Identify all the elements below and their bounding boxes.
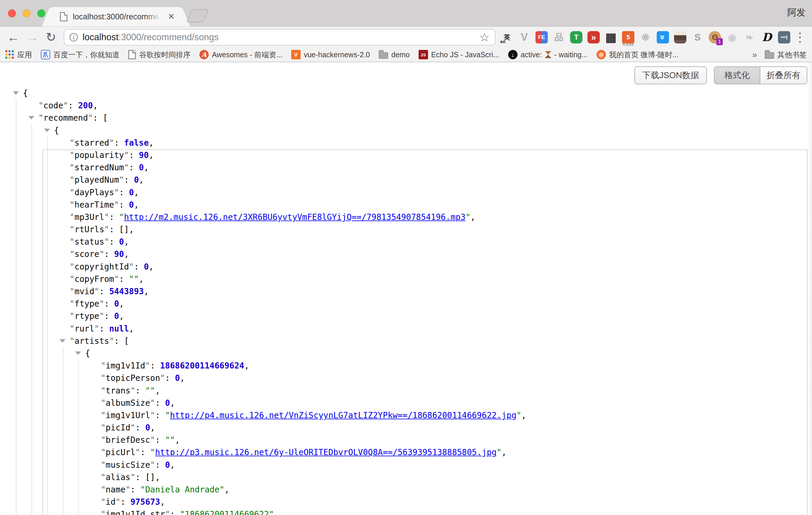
json-punct: : <box>99 287 109 296</box>
bookmark-label: demo <box>391 51 410 59</box>
json-quote: " <box>165 509 170 515</box>
browser-tab[interactable]: localhost:3000/recommend/so × <box>53 7 179 26</box>
bookmark-google-sort[interactable]: 谷歌按时间排序 <box>128 50 191 60</box>
s-icon[interactable]: S <box>690 30 705 45</box>
bookmark-demo-folder[interactable]: demo <box>379 51 410 59</box>
download-json-button[interactable]: 下载JSON数据 <box>634 66 707 84</box>
double-down-icon[interactable]: » <box>656 30 670 45</box>
bird-icon[interactable]: ❧ <box>742 30 757 45</box>
bookmark-weibo-home[interactable]: ◎我的首页 微博-随时... <box>597 50 678 60</box>
vue-devtools-icon[interactable]: V <box>517 30 532 45</box>
json-quote: " <box>101 398 106 408</box>
json-number: 200 <box>78 101 93 110</box>
json-punct: : <box>129 150 139 160</box>
bookmark-apps[interactable]: 应用 <box>5 50 32 60</box>
json-link-value: "http://m2.music.126.net/3XR6BU6yvtyVmFE… <box>119 212 471 222</box>
bookmark-star-icon[interactable]: ☆ <box>479 31 490 43</box>
profile-name[interactable]: 阿发 <box>787 6 806 19</box>
json-link[interactable]: http://p4.music.126.net/VnZiScyynLG7atLI… <box>170 410 516 420</box>
json-string: "18686200114669622" <box>180 509 274 515</box>
close-window-button[interactable] <box>8 9 16 17</box>
reload-button[interactable]: ↻ <box>46 31 56 44</box>
scrollbar-area[interactable] <box>807 62 812 514</box>
minimize-window-button[interactable] <box>23 9 31 17</box>
tab-close-icon[interactable]: × <box>168 11 174 22</box>
collapse-triangle-icon[interactable] <box>13 91 19 95</box>
translate-icon[interactable]: 英en <box>500 30 514 45</box>
json-key: topicPerson <box>106 373 160 383</box>
d-icon[interactable]: D <box>759 30 774 45</box>
bookmark-vue-hackernews[interactable]: Vvue-hackernews-2.0 <box>291 50 370 59</box>
sitemap-icon[interactable]: 品 <box>552 30 566 45</box>
json-line: "alias": [], <box>0 471 812 484</box>
json-quote: " <box>124 163 129 172</box>
address-bar[interactable]: i localhost:3000/recommend/songs ☆ <box>64 29 496 46</box>
json-line: "rtype": 0, <box>0 310 812 322</box>
monkey-icon[interactable]: ʘ1 <box>707 30 722 45</box>
bookmark-label: 应用 <box>17 50 32 60</box>
format-button[interactable]: 格式化 <box>714 66 760 84</box>
qr-code-icon[interactable]: ▦ <box>604 30 618 45</box>
json-quote: " <box>466 212 471 222</box>
json-punct: , <box>175 435 180 445</box>
json-punct: , <box>501 448 506 457</box>
collapse-triangle-icon[interactable] <box>75 351 81 355</box>
bookmark-baidu[interactable]: 爪百度一下，你就知道 <box>41 50 119 60</box>
json-punct: : <box>104 299 114 309</box>
json-quote: " <box>69 274 75 284</box>
json-line: "dayPlays": 0, <box>0 187 812 199</box>
bookmarks-overflow-chevron[interactable]: » <box>752 50 757 60</box>
json-line: "img1v1Id": 18686200114669624, <box>0 360 812 372</box>
json-punct: : <box>119 200 129 210</box>
bookmark-active[interactable]: ↓active:- waiting... <box>508 50 588 59</box>
forward-button[interactable]: → <box>26 31 39 44</box>
json-number: 90 <box>114 249 124 259</box>
json-punct: , <box>150 423 155 432</box>
json-quote: " <box>124 150 129 160</box>
json-punct: : <box>120 497 130 507</box>
bookmark-awesomes[interactable]: AAwesomes - 前端资... <box>199 50 282 60</box>
fast-forward-icon[interactable]: » <box>586 30 601 45</box>
collapse-triangle-icon[interactable] <box>44 128 50 132</box>
browser-window: localhost:3000/recommend/so × 阿发 ← → ↻ i… <box>0 0 812 515</box>
h5-player-icon[interactable]: 5PLAYER <box>621 30 636 45</box>
json-punct: : <box>150 361 160 371</box>
json-line: { <box>0 124 812 137</box>
collapse-all-button[interactable]: 折叠所有 <box>760 66 807 84</box>
bookmark-echo-js[interactable]: JSEcho JS - JavaScri... <box>418 50 499 59</box>
json-line: "img1v1Id_str": "18686200114669622" <box>0 508 812 515</box>
json-punct: : [], <box>135 473 160 482</box>
shield-t-icon[interactable]: T <box>569 30 584 45</box>
weibo-ext-icon[interactable]: ◉ <box>725 30 740 45</box>
extension-glyph: •••| <box>778 31 790 44</box>
json-quote: " <box>69 212 75 222</box>
browser-menu-button[interactable]: ⋮ <box>794 31 806 44</box>
json-key: artists <box>75 336 109 346</box>
extension-glyph: » <box>587 31 600 44</box>
extensions-row: 英enVFE品T»▦5PLAYER❋»Sʘ1◉❧D•••| <box>500 30 791 45</box>
bookmark-other-bookmarks[interactable]: 其他书签 <box>765 50 807 60</box>
back-button[interactable]: ← <box>7 31 19 44</box>
new-tab-button[interactable] <box>186 9 209 22</box>
mask-icon[interactable] <box>673 30 688 45</box>
fe-icon[interactable]: FE <box>534 30 549 45</box>
zoom-window-button[interactable] <box>37 9 45 17</box>
json-punct: , <box>144 163 149 172</box>
json-link[interactable]: http://m2.music.126.net/3XR6BU6yvtyVmFE8… <box>124 212 465 222</box>
collapse-triangle-icon[interactable] <box>28 116 34 119</box>
json-link-value: "http://p4.music.126.net/VnZiScyynLG7atL… <box>165 410 521 420</box>
page-info-icon[interactable]: i <box>69 33 78 41</box>
collapse-triangle-icon[interactable] <box>60 339 65 343</box>
json-quote: " <box>101 509 106 515</box>
json-quote: " <box>101 497 106 507</box>
extension-glyph <box>674 31 686 44</box>
weibo-home-icon: ◎ <box>597 50 606 59</box>
json-punct: : <box>170 509 180 515</box>
password-icon[interactable]: •••| <box>777 30 791 45</box>
json-quote: " <box>99 249 104 259</box>
json-quote: " <box>114 200 119 210</box>
paw-icon[interactable]: ❋ <box>638 30 653 45</box>
json-string: "" <box>165 435 175 445</box>
json-link[interactable]: http://p3.music.126.net/6y-UleORITEDbvrO… <box>155 448 496 457</box>
json-punct: , <box>119 299 124 309</box>
